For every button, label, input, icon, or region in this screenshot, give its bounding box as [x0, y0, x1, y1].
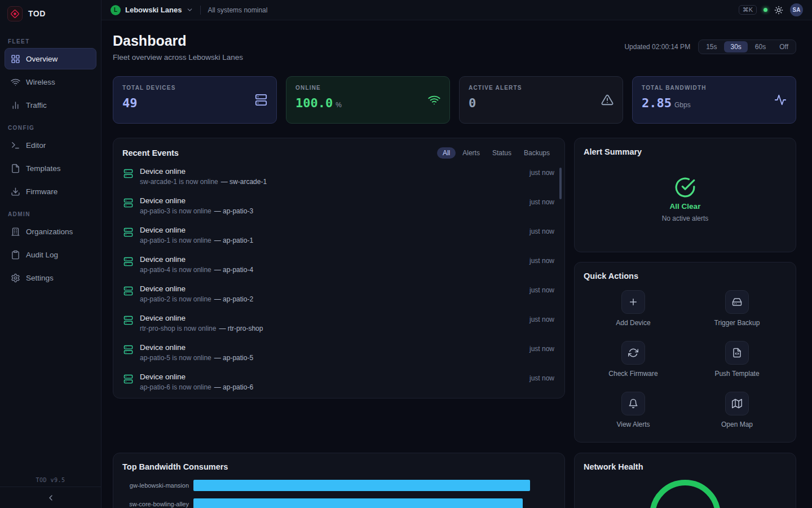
events-filter-all[interactable]: All — [437, 147, 456, 159]
event-time: just now — [529, 284, 554, 294]
event-detail: ap-patio-4 is now online — [140, 266, 211, 274]
sidebar-item-editor[interactable]: Editor — [5, 134, 96, 156]
refresh-60s[interactable]: 60s — [749, 41, 772, 52]
events-filter-alerts[interactable]: Alerts — [457, 147, 486, 159]
event-time: just now — [529, 255, 554, 265]
stat-value: 0 — [469, 96, 476, 110]
event-time: just now — [529, 196, 554, 206]
sidebar-item-organizations[interactable]: Organizations — [5, 221, 96, 242]
quick-action-view-alerts[interactable]: View Alerts — [584, 392, 683, 428]
event-title: Device online — [140, 314, 523, 322]
sidebar-item-wireless[interactable]: Wireless — [5, 71, 96, 93]
building-icon — [11, 227, 20, 237]
quick-action-push-template[interactable]: Push Template — [687, 341, 787, 378]
sidebar-section-label: CONFIG — [8, 125, 93, 131]
event-row[interactable]: Device online rtr-pro-shop is now online… — [122, 309, 555, 338]
chevron-left-icon — [46, 493, 55, 502]
event-row[interactable]: Device online ap-patio-6 is now online— … — [122, 367, 555, 397]
activity-icon — [774, 94, 787, 106]
map-icon — [732, 398, 742, 409]
network-health-panel: Network Health 100 — [574, 453, 796, 508]
clipboard-icon — [11, 250, 20, 260]
event-time: just now — [529, 343, 554, 353]
event-device: — rtr-pro-shop — [219, 325, 263, 332]
dashboard-content: Dashboard Fleet overview across Lebowski… — [102, 20, 812, 508]
sidebar-item-settings[interactable]: Settings — [5, 267, 96, 288]
stat-unit: % — [336, 101, 342, 109]
network-health-title: Network Health — [584, 462, 787, 471]
bandwidth-bar-label: sw-core-bowling-alley — [122, 501, 189, 507]
stat-label: TOTAL DEVICES — [122, 85, 267, 91]
sidebar-item-templates[interactable]: Templates — [5, 157, 96, 179]
quick-action-label: Trigger Backup — [714, 319, 760, 327]
quick-action-trigger-backup[interactable]: Trigger Backup — [687, 290, 787, 327]
event-row[interactable]: Device online ap-patio-4 is now online— … — [122, 250, 555, 279]
stat-value: 2.85 — [642, 96, 672, 110]
bandwidth-bar-track — [193, 498, 555, 508]
event-device: — sw-arcade-1 — [221, 178, 267, 186]
system-status: All systems nominal — [208, 6, 267, 14]
event-device: — ap-patio-2 — [214, 295, 253, 303]
event-row[interactable]: Device online sw-arcade-1 is now online—… — [122, 162, 555, 191]
main-area: L Lebowski Lanes All systems nominal ⌘K … — [102, 0, 812, 508]
tod-logo-icon — [7, 6, 23, 21]
user-avatar[interactable]: SA — [790, 3, 803, 16]
refresh-15s[interactable]: 15s — [700, 41, 723, 52]
event-row[interactable]: Device online ap-patio-5 is now online— … — [122, 338, 555, 367]
server-icon — [123, 257, 133, 266]
event-row[interactable]: Device online ap-patio-3 is now online— … — [122, 191, 555, 221]
events-filter-status[interactable]: Status — [487, 147, 517, 159]
events-scrollbar[interactable] — [559, 168, 562, 199]
event-row[interactable]: Device online ap-patio-2 is now online— … — [122, 279, 555, 309]
sidebar-item-traffic[interactable]: Traffic — [5, 94, 96, 116]
server-icon — [123, 227, 133, 237]
topbar: L Lebowski Lanes All systems nominal ⌘K … — [102, 0, 812, 20]
event-detail: ap-patio-1 is now online — [140, 237, 211, 244]
sidebar-item-label: Overview — [26, 55, 58, 63]
bandwidth-bar — [193, 480, 530, 491]
file-icon — [11, 164, 20, 173]
sidebar-item-overview[interactable]: Overview — [5, 48, 96, 69]
quick-action-check-firmware[interactable]: Check Firmware — [584, 341, 683, 378]
page-title: Dashboard — [113, 33, 243, 49]
command-palette-hint[interactable]: ⌘K — [739, 5, 757, 15]
chevron-down-icon — [186, 6, 193, 14]
quick-action-label: View Alerts — [616, 421, 650, 428]
connection-status-dot — [764, 8, 767, 12]
event-device: — ap-patio-4 — [214, 266, 253, 274]
org-switcher[interactable]: L Lebowski Lanes — [111, 5, 193, 15]
events-filter-backups[interactable]: Backups — [518, 147, 555, 159]
stat-cards: TOTAL DEVICES 49 ONLINE 100.0 % — [113, 76, 796, 124]
sidebar-item-audit-log[interactable]: Audit Log — [5, 244, 96, 265]
alert-triangle-icon — [601, 94, 614, 106]
event-title: Device online — [140, 284, 523, 293]
sidebar-item-label: Audit Log — [26, 251, 58, 259]
event-detail: sw-arcade-1 is now online — [140, 178, 218, 186]
refresh-interval-control: 15s 30s 60s Off — [698, 40, 796, 54]
quick-actions-title: Quick Actions — [584, 271, 787, 281]
sidebar-item-label: Traffic — [26, 101, 47, 110]
recent-events-panel: Recent Events All Alerts Status Backups — [113, 138, 565, 398]
event-device: — ap-patio-3 — [214, 207, 253, 215]
sun-icon[interactable] — [774, 6, 783, 15]
sidebar-item-firmware[interactable]: Firmware — [5, 181, 96, 202]
recent-events-title: Recent Events — [122, 148, 179, 157]
refresh-30s[interactable]: 30s — [724, 41, 747, 52]
refresh-off[interactable]: Off — [773, 41, 795, 52]
event-row[interactable]: Device online just now — [122, 397, 555, 398]
stat-card-total-devices: TOTAL DEVICES 49 — [113, 76, 277, 124]
stat-card-active-alerts: ACTIVE ALERTS 0 — [459, 76, 623, 124]
bandwidth-title: Top Bandwidth Consumers — [122, 462, 555, 471]
event-row[interactable]: Device online ap-patio-1 is now online— … — [122, 221, 555, 250]
sidebar-section-label: ADMIN — [8, 211, 93, 217]
stat-card-online: ONLINE 100.0 % — [286, 76, 450, 124]
server-icon — [255, 94, 267, 106]
quick-action-add-device[interactable]: Add Device — [584, 290, 683, 327]
gear-icon — [11, 273, 20, 283]
hard-drive-icon — [732, 297, 742, 307]
sidebar-section: CONFIG Editor Templates — [0, 125, 101, 202]
bell-icon — [628, 398, 638, 409]
collapse-sidebar-button[interactable] — [0, 487, 101, 508]
quick-action-open-map[interactable]: Open Map — [687, 392, 787, 428]
stat-unit: Gbps — [674, 101, 691, 109]
